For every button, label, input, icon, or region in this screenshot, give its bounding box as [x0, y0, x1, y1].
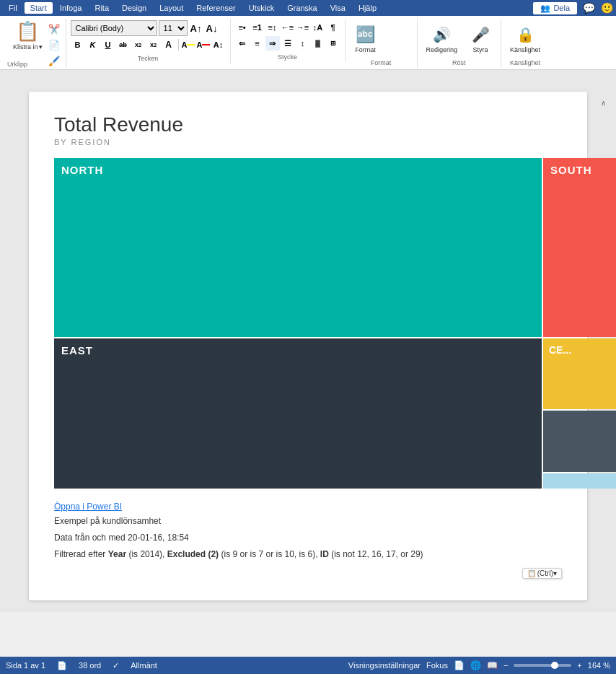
treemap-central-label: CE... [549, 344, 571, 356]
zoom-level[interactable]: 164 % [588, 661, 610, 670]
comment-icon[interactable]: 💬 [583, 2, 595, 14]
treemap-other-dark[interactable] [543, 411, 616, 472]
kanslighet-label: Känslighet [510, 59, 540, 66]
align-center-button[interactable]: ≡ [250, 36, 265, 51]
bullets-button[interactable]: ≡• [235, 20, 250, 35]
menu-item-infoga[interactable]: Infoga [54, 2, 88, 14]
menu-item-fil[interactable]: Fil [3, 2, 23, 14]
shading-button[interactable]: ▓ [311, 36, 325, 51]
menu-item-hjalp[interactable]: Hjälp [353, 2, 382, 14]
redigering-button[interactable]: 🔊 Redigering [422, 20, 462, 56]
urklipp-label: Urklipp [7, 61, 27, 68]
content-area: Total Revenue BY REGION NORTH SOUTH EAST [0, 70, 616, 612]
treemap-north-label: NORTH [61, 164, 103, 176]
share-icon: 👥 [540, 4, 550, 13]
subscript-button[interactable]: x2 [131, 38, 146, 52]
language-icon: ✓ [113, 661, 119, 670]
decrease-font-button[interactable]: A↓ [205, 21, 219, 35]
rost-label: Röst [452, 59, 466, 66]
klistra-in-button[interactable]: 📋 Klistra in ▾ [10, 20, 45, 52]
line-spacing-button[interactable]: ↕ [296, 36, 310, 51]
text-highlight-button[interactable]: A [181, 38, 195, 52]
treemap-north[interactable]: NORTH [54, 158, 542, 337]
format-button[interactable]: 🔤 Format [350, 20, 382, 56]
menu-item-design[interactable]: Design [116, 2, 152, 14]
separator [178, 39, 179, 51]
ribbon: 📋 Klistra in ▾ ✂️ 📄 🖌️ Urklipp Calibri (… [0, 16, 616, 70]
multilevel-button[interactable]: ≡↕ [265, 20, 280, 35]
word-count: 38 ord [79, 661, 101, 670]
zoom-out-button[interactable]: − [503, 661, 508, 670]
paste-dropdown-icon[interactable]: ▾ [39, 43, 43, 51]
align-left-button[interactable]: ⇐ [235, 36, 250, 51]
treemap[interactable]: NORTH SOUTH EAST CE... [54, 158, 616, 490]
footer-line1: Exempel på kundlönsamhet [54, 515, 562, 528]
view-icon-read[interactable]: 📖 [487, 660, 498, 670]
ribbon-collapse-button[interactable]: ∧ [597, 97, 609, 108]
open-powerbi-link[interactable]: Öppna i Power BI [54, 502, 122, 512]
zoom-thumb [551, 662, 558, 669]
zoom-slider[interactable] [514, 664, 571, 667]
menu-item-visa[interactable]: Visa [325, 2, 351, 14]
ribbon-group-rost: 🔊 Redigering 🎤 Styra Röst [418, 19, 502, 68]
font-size-select[interactable]: 11 [159, 20, 188, 36]
treemap-other-light[interactable] [543, 473, 616, 489]
superscript-button[interactable]: x2 [146, 38, 161, 52]
clear-format-button[interactable]: A [162, 38, 176, 52]
italic-button[interactable]: K [86, 38, 100, 52]
treemap-south[interactable]: SOUTH [543, 158, 616, 337]
sort-button[interactable]: ↕A [311, 20, 325, 35]
treemap-central[interactable]: CE... [543, 338, 616, 409]
footer-line2: Data från och med 20-01-16, 18:54 [54, 531, 562, 545]
clipboard-tooltip[interactable]: 📋 (Ctrl)▾ [522, 568, 562, 579]
menu-item-start[interactable]: Start [25, 2, 53, 14]
status-bar: Sida 1 av 1 📄 38 ord ✓ Allmänt Visningsi… [0, 657, 616, 674]
focus-button[interactable]: Fokus [426, 661, 448, 670]
menu-item-utskick[interactable]: Utskick [243, 2, 280, 14]
decrease-indent-button[interactable]: ←≡ [281, 20, 295, 35]
font-size-text-button[interactable]: A↕ [211, 38, 226, 52]
stycke-label: Stycke [278, 53, 297, 61]
numbering-button[interactable]: ≡1 [250, 20, 265, 35]
treemap-east[interactable]: EAST [54, 338, 542, 489]
menu-item-referenser[interactable]: Referenser [190, 2, 241, 14]
view-icon-print[interactable]: 📄 [454, 660, 465, 670]
treemap-south-label: SOUTH [550, 164, 592, 176]
ribbon-group-urklipp: 📋 Klistra in ▾ ✂️ 📄 🖌️ Urklipp [6, 19, 66, 68]
view-settings[interactable]: Visningsinställningar [348, 661, 421, 670]
show-marks-button[interactable]: ¶ [326, 20, 340, 35]
ribbon-group-stycke: ≡• ≡1 ≡↕ ←≡ →≡ ↕A ¶ ⇐ ≡ ⇒ ☰ ↕ ▓ ⊞ Stycke [231, 19, 346, 62]
smiley-icon[interactable]: 🙂 [601, 2, 613, 14]
menu-item-layout[interactable]: Layout [154, 2, 189, 14]
page: Total Revenue BY REGION NORTH SOUTH EAST [29, 92, 587, 600]
font-family-select[interactable]: Calibri (Body) [71, 20, 157, 36]
share-button[interactable]: 👥 Dela [533, 2, 577, 14]
border-button[interactable]: ⊞ [326, 36, 340, 51]
language: Allmänt [131, 661, 157, 670]
zoom-in-button[interactable]: + [577, 661, 581, 670]
ribbon-group-format: 🔤 Format Format [346, 19, 418, 68]
increase-font-button[interactable]: A↑ [189, 21, 203, 35]
font-color-button[interactable]: A [196, 38, 211, 52]
format-label: Format [371, 59, 392, 66]
page-count: Sida 1 av 1 [6, 661, 45, 670]
treemap-east-label: EAST [61, 344, 93, 356]
copy-button[interactable]: 📄 [47, 38, 61, 52]
strikethrough-button[interactable]: ab [116, 38, 131, 52]
align-right-button[interactable]: ⇒ [265, 36, 280, 51]
format-painter-button[interactable]: 🖌️ [47, 53, 61, 68]
bold-button[interactable]: B [71, 38, 85, 52]
justify-button[interactable]: ☰ [281, 36, 295, 51]
menu-item-rita[interactable]: Rita [89, 2, 115, 14]
footer-line3: Filtrerad efter Year (is 2014), Excluded… [54, 548, 562, 561]
chart-subtitle: BY REGION [54, 138, 562, 146]
increase-indent-button[interactable]: →≡ [296, 20, 310, 35]
cut-button[interactable]: ✂️ [47, 22, 61, 36]
kanslighet-button[interactable]: 🔒 Känslighet [506, 20, 545, 56]
ribbon-group-kanslighet: 🔒 Känslighet Känslighet [501, 19, 549, 68]
underline-button[interactable]: U [101, 38, 115, 52]
ribbon-group-tecken: Calibri (Body) 11 A↑ A↓ B K U ab x2 x2 A… [66, 19, 231, 64]
styra-button[interactable]: 🎤 Styra [465, 20, 496, 56]
menu-item-granska[interactable]: Granska [281, 2, 323, 14]
view-icon-web[interactable]: 🌐 [470, 660, 481, 670]
